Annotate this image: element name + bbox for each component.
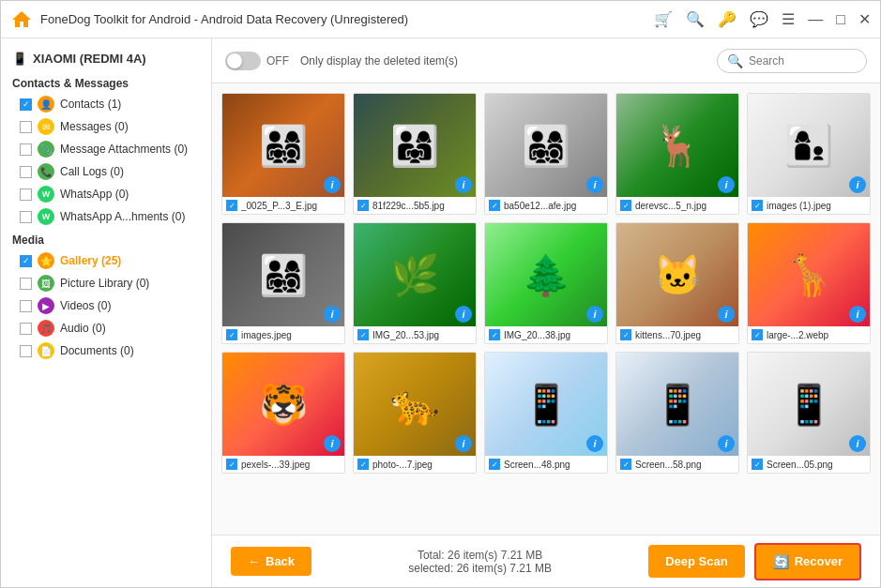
info-badge[interactable]: i bbox=[849, 435, 866, 452]
contacts-checkbox[interactable]: ✓ bbox=[20, 98, 32, 111]
info-badge[interactable]: i bbox=[849, 176, 866, 193]
calllogs-checkbox[interactable] bbox=[20, 166, 32, 178]
picturelib-label: Picture Library (0) bbox=[60, 277, 149, 290]
sidebar-item-messages[interactable]: ✉ Messages (0) bbox=[1, 115, 211, 138]
info-badge[interactable]: i bbox=[718, 306, 735, 323]
photo-label: ✓images (1).jpeg bbox=[748, 197, 870, 214]
cart-icon[interactable]: 🛒 bbox=[654, 10, 673, 28]
chat-icon[interactable]: 💬 bbox=[750, 10, 768, 28]
audio-checkbox[interactable] bbox=[20, 323, 32, 335]
photo-item[interactable]: 🐯i✓pexels-...39.jpeg bbox=[221, 352, 345, 474]
info-badge[interactable]: i bbox=[455, 176, 472, 193]
info-badge[interactable]: i bbox=[586, 435, 603, 452]
photo-item[interactable]: 📱i✓Screen...48.png bbox=[484, 352, 608, 474]
messages-checkbox[interactable] bbox=[20, 121, 32, 133]
toggle-knob bbox=[227, 53, 242, 68]
photo-item[interactable]: 📱i✓Screen...58.png bbox=[615, 352, 739, 474]
photo-item[interactable]: 🐱i✓kittens...70.jpeg bbox=[615, 222, 739, 344]
gallery-checkbox[interactable]: ✓ bbox=[20, 255, 32, 267]
photo-checkbox[interactable]: ✓ bbox=[357, 459, 369, 470]
photo-checkbox[interactable]: ✓ bbox=[226, 459, 237, 470]
menu-icon[interactable]: ☰ bbox=[782, 10, 795, 28]
photo-item[interactable]: 🦒i✓large-...2.webp bbox=[747, 222, 871, 344]
messages-icon: ✉ bbox=[38, 118, 54, 135]
photo-filename: Screen...58.png bbox=[635, 460, 702, 470]
device-label: 📱 XIAOMI (REDMI 4A) bbox=[1, 46, 211, 71]
info-badge[interactable]: i bbox=[455, 306, 472, 323]
photo-label: ✓Screen...48.png bbox=[485, 456, 607, 473]
documents-checkbox[interactable] bbox=[20, 345, 32, 357]
videos-icon: ▶ bbox=[38, 297, 54, 314]
photo-checkbox[interactable]: ✓ bbox=[357, 329, 369, 340]
maximize-icon[interactable]: □ bbox=[836, 11, 845, 28]
whatsapp-checkbox[interactable] bbox=[20, 188, 32, 201]
photo-item[interactable]: 👩‍👦i✓images (1).jpeg bbox=[747, 93, 871, 215]
videos-label: Videos (0) bbox=[60, 299, 111, 312]
recover-icon: 🔄 bbox=[773, 554, 789, 569]
photo-checkbox[interactable]: ✓ bbox=[620, 459, 631, 470]
photo-checkbox[interactable]: ✓ bbox=[489, 459, 500, 470]
picturelib-checkbox[interactable] bbox=[20, 278, 32, 290]
whatsappatt-checkbox[interactable] bbox=[20, 211, 32, 223]
sidebar-item-whatsapp[interactable]: W WhatsApp (0) bbox=[1, 183, 211, 205]
photo-checkbox[interactable]: ✓ bbox=[620, 200, 631, 211]
sidebar-item-calllogs[interactable]: 📞 Call Logs (0) bbox=[1, 160, 211, 183]
videos-checkbox[interactable] bbox=[20, 300, 32, 312]
photo-item[interactable]: 👨‍👩‍👧i✓81f229c...5b5.jpg bbox=[353, 93, 477, 215]
photo-checkbox[interactable]: ✓ bbox=[489, 200, 500, 211]
close-icon[interactable]: ✕ bbox=[858, 10, 871, 28]
photo-checkbox[interactable]: ✓ bbox=[752, 329, 763, 340]
info-badge[interactable]: i bbox=[586, 176, 603, 193]
photo-item[interactable]: 🦌i✓derevsc...5_n.jpg bbox=[615, 93, 739, 215]
sidebar-item-picturelib[interactable]: 🖼 Picture Library (0) bbox=[1, 272, 211, 294]
sidebar-item-msgatt[interactable]: 📎 Message Attachments (0) bbox=[1, 138, 211, 160]
info-badge[interactable]: i bbox=[324, 435, 341, 452]
info-badge[interactable]: i bbox=[324, 176, 341, 193]
photo-item[interactable]: 📱i✓Screen...05.png bbox=[747, 352, 871, 474]
info-badge[interactable]: i bbox=[849, 306, 866, 323]
recover-button[interactable]: 🔄 Recover bbox=[754, 543, 861, 580]
minimize-icon[interactable]: — bbox=[808, 11, 823, 28]
photo-item[interactable]: 👨‍👩‍👧‍👦i✓ba50e12...afe.jpg bbox=[484, 93, 608, 215]
total-text: Total: 26 item(s) 7.21 MB bbox=[311, 549, 648, 562]
photo-checkbox[interactable]: ✓ bbox=[752, 459, 763, 470]
photo-checkbox[interactable]: ✓ bbox=[357, 200, 369, 211]
photo-checkbox[interactable]: ✓ bbox=[620, 329, 631, 340]
info-badge[interactable]: i bbox=[455, 435, 472, 452]
top-bar: OFF Only display the deleted item(s) 🔍 bbox=[212, 38, 880, 83]
sidebar: 📱 XIAOMI (REDMI 4A) Contacts & Messages … bbox=[1, 38, 212, 587]
key-icon[interactable]: 🔑 bbox=[718, 10, 737, 28]
back-label: Back bbox=[266, 554, 295, 568]
toggle-button[interactable] bbox=[225, 52, 261, 70]
deep-scan-button[interactable]: Deep Scan bbox=[648, 545, 744, 578]
photo-thumbnail: 🌲i bbox=[485, 223, 607, 326]
photo-item[interactable]: 🌲i✓IMG_20...38.jpg bbox=[484, 222, 608, 344]
photo-item[interactable]: 🌿i✓IMG_20...53.jpg bbox=[353, 222, 477, 344]
sidebar-item-contacts[interactable]: ✓ 👤 Contacts (1) bbox=[1, 93, 211, 115]
msgatt-label: Message Attachments (0) bbox=[60, 143, 188, 156]
info-badge[interactable]: i bbox=[324, 306, 341, 323]
info-badge[interactable]: i bbox=[718, 176, 735, 193]
search-icon[interactable]: 🔍 bbox=[686, 10, 705, 28]
msgatt-checkbox[interactable] bbox=[20, 143, 32, 156]
sidebar-item-gallery[interactable]: ✓ ⭐ Gallery (25) bbox=[1, 249, 211, 272]
photo-checkbox[interactable]: ✓ bbox=[489, 329, 500, 340]
photo-item[interactable]: 👨‍👩‍👧‍👦i✓_0025_P...3_E.jpg bbox=[221, 93, 345, 215]
photo-checkbox[interactable]: ✓ bbox=[226, 329, 237, 340]
info-badge[interactable]: i bbox=[718, 435, 735, 452]
back-button[interactable]: ← Back bbox=[231, 547, 311, 576]
photo-item[interactable]: 👨‍👩‍👧‍👦i✓images.jpeg bbox=[221, 222, 345, 344]
photo-item[interactable]: 🐆i✓photo-...7.jpeg bbox=[353, 352, 477, 474]
photo-checkbox[interactable]: ✓ bbox=[752, 200, 763, 211]
sidebar-item-audio[interactable]: 🎵 Audio (0) bbox=[1, 317, 211, 339]
title-bar: FoneDog Toolkit for Android - Android Da… bbox=[1, 1, 880, 38]
app-icon bbox=[10, 8, 33, 31]
photo-checkbox[interactable]: ✓ bbox=[226, 200, 237, 211]
photo-thumbnail: 👨‍👩‍👧‍👦i bbox=[485, 94, 607, 197]
photo-thumbnail: 👨‍👩‍👧‍👦i bbox=[222, 94, 344, 197]
info-badge[interactable]: i bbox=[586, 306, 603, 323]
sidebar-item-videos[interactable]: ▶ Videos (0) bbox=[1, 294, 211, 317]
sidebar-item-documents[interactable]: 📄 Documents (0) bbox=[1, 339, 211, 362]
sidebar-item-whatsappatt[interactable]: W WhatsApp A...hments (0) bbox=[1, 205, 211, 228]
search-input[interactable] bbox=[749, 54, 857, 68]
